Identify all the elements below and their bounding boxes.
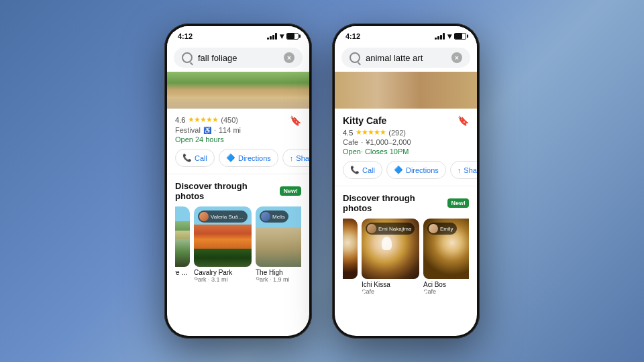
photo-img-partial xyxy=(175,206,190,267)
battery-icon xyxy=(286,33,299,40)
user-name-2b: Emily xyxy=(440,226,453,232)
signal-icon-2 xyxy=(435,33,445,40)
time-2: 4:12 xyxy=(345,32,360,40)
action-buttons-1: 📞 Call 🔷 Directions ↑ Share xyxy=(175,149,301,167)
user-name-1a: Valeria Suárez xyxy=(211,214,244,220)
rating-row-1: 4.6 ★★★★★ (450) xyxy=(175,115,290,124)
phone-2-screen: 4:12 ▾ animal latte art × xyxy=(335,26,477,336)
share-button-2[interactable]: ↑ Share xyxy=(450,161,477,179)
open-label-2: Open xyxy=(343,147,361,156)
distance-1: · xyxy=(214,126,216,134)
search-bar-1[interactable]: fall foliage × xyxy=(174,48,303,68)
review-count-2: (292) xyxy=(388,129,406,137)
search-query-2: animal latte art xyxy=(366,53,446,63)
accessible-icon: ♿ xyxy=(203,127,211,134)
clear-button-2[interactable]: × xyxy=(451,52,462,63)
user-name-1b: Melis xyxy=(272,214,285,220)
new-badge-1: New! xyxy=(280,186,301,196)
rating-row-2: 4.5 ★★★★★ (292) xyxy=(343,128,469,137)
search-container-1: fall foliage × xyxy=(167,44,309,72)
search-container-2: animal latte art × xyxy=(335,44,477,72)
photo-card-2b[interactable]: Emily Aci Bos Cafe xyxy=(423,219,469,295)
directions-label-1: Directions xyxy=(238,154,271,162)
call-label-2: Call xyxy=(362,166,375,174)
signal-icon xyxy=(267,33,277,40)
result-card-1: 4.6 ★★★★★ (450) 🔖 Festival ♿ · 114 mi Op… xyxy=(167,109,309,174)
place-label-1b: The High xyxy=(256,269,301,276)
action-buttons-2: 📞 Call 🔷 Directions ↑ Share xyxy=(343,161,469,179)
directions-icon: 🔷 xyxy=(226,154,235,162)
clear-button-1[interactable]: × xyxy=(284,52,294,63)
rating-num-2: 4.5 xyxy=(343,129,353,137)
discover-section-2: Discover through photos New! fe xyxy=(335,186,477,299)
discover-title-2: Discover through photos xyxy=(343,193,443,213)
stars-1: ★★★★★ xyxy=(188,115,218,124)
photo-card-1b[interactable]: Melis The High Park · 1.9 mi xyxy=(256,206,301,283)
status-icons-2: ▾ xyxy=(435,32,466,41)
rating-num-1: 4.6 xyxy=(175,116,185,124)
discover-header-2: Discover through photos New! xyxy=(343,193,469,213)
photo-user-1b: Melis xyxy=(260,210,288,223)
place-label-1a: Cavalry Park xyxy=(194,269,252,276)
avatar-1b xyxy=(261,212,270,221)
phone-1: 4:12 ▾ fall foliage × xyxy=(164,23,312,339)
separator-2: · xyxy=(361,138,363,146)
photo-card-partial-1[interactable]: are Park xyxy=(175,206,190,283)
photo-card-partial-2[interactable]: fe xyxy=(343,219,358,295)
photo-card-1a[interactable]: Valeria Suárez Cavalry Park Park · 3.1 m… xyxy=(194,206,252,283)
photo-cards-2: fe Emi Nakajima Ichi Kissa Cafe xyxy=(343,219,469,295)
category-1: Festival xyxy=(175,126,201,134)
avatar-2a xyxy=(367,224,376,233)
photo-img-partial-2 xyxy=(343,219,358,279)
search-icon xyxy=(182,52,193,63)
share-label-1: Share xyxy=(296,154,309,162)
phone-icon: 📞 xyxy=(182,154,192,162)
avatar-1a xyxy=(199,212,209,221)
open-status-1: Open 24 hours xyxy=(175,135,301,143)
search-bar-2[interactable]: animal latte art × xyxy=(341,48,470,68)
place-name-2: Kitty Cafe xyxy=(343,115,386,126)
place-label-2b: Aci Bos xyxy=(423,281,469,288)
new-badge-2: New! xyxy=(447,198,469,208)
photo-cards-1: are Park Valeria Suárez Cavalry Park Par… xyxy=(175,206,301,283)
time-1: 4:12 xyxy=(178,32,193,40)
search-query-1: fall foliage xyxy=(198,53,278,63)
share-button-1[interactable]: ↑ Share xyxy=(282,149,309,167)
photo-user-2b: Emily xyxy=(427,223,457,235)
bookmark-icon-1[interactable]: 🔖 xyxy=(290,115,301,126)
bookmark-icon-2[interactable]: 🔖 xyxy=(458,115,469,126)
category-2: Cafe xyxy=(343,138,358,146)
battery-icon-2 xyxy=(454,33,466,40)
sublabel-2b: Cafe xyxy=(423,288,469,295)
sublabel-2a: Cafe xyxy=(362,288,419,295)
wifi-icon: ▾ xyxy=(280,32,284,41)
distance-value-1: 114 mi xyxy=(219,126,241,134)
place-meta-2: Cafe · ¥1,000–2,000 xyxy=(343,138,469,146)
stars-2: ★★★★★ xyxy=(356,128,386,137)
photo-user-1a: Valeria Suárez xyxy=(198,210,248,223)
call-button-1[interactable]: 📞 Call xyxy=(175,149,215,167)
status-icons-1: ▾ xyxy=(267,32,299,41)
place-meta-1: Festival ♿ · 114 mi xyxy=(175,126,301,134)
directions-icon-2: 🔷 xyxy=(394,166,403,174)
call-button-2[interactable]: 📞 Call xyxy=(343,161,382,179)
discover-section-1: Discover through photos New! are Park xyxy=(167,174,309,287)
discover-title-1: Discover through photos xyxy=(175,181,276,201)
phone-1-screen: 4:12 ▾ fall foliage × xyxy=(167,26,309,336)
place-label-2a: Ichi Kissa xyxy=(362,281,419,288)
wifi-icon-2: ▾ xyxy=(447,32,451,41)
result-card-2: Kitty Cafe 🔖 4.5 ★★★★★ (292) Cafe · ¥1,0… xyxy=(335,109,477,186)
sublabel-1b: Park · 1.9 mi xyxy=(256,276,301,283)
partial-place-label-1: are Park xyxy=(175,269,190,276)
call-label-1: Call xyxy=(195,154,207,162)
directions-button-2[interactable]: 🔷 Directions xyxy=(386,161,446,179)
discover-header-1: Discover through photos New! xyxy=(175,181,301,201)
user-name-2a: Emi Nakajima xyxy=(378,226,411,232)
top-cafe-strip-2 xyxy=(335,72,477,109)
photo-card-2a[interactable]: Emi Nakajima Ichi Kissa Cafe xyxy=(362,219,419,295)
closes-label-2: · Closes 10PM xyxy=(361,147,409,156)
search-icon-2 xyxy=(350,52,360,63)
phone-2: 4:12 ▾ animal latte art × xyxy=(332,23,480,339)
directions-button-1[interactable]: 🔷 Directions xyxy=(219,149,278,167)
photo-img-1b: Melis xyxy=(256,206,301,267)
